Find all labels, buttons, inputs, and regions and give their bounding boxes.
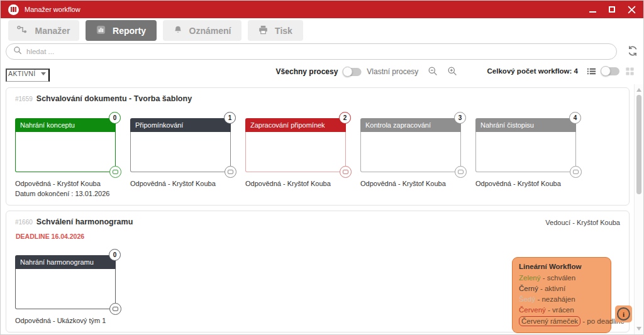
workflow-cards: 0 Nahrání konceptu Odpovědná - Kryštof K… — [15, 111, 620, 199]
step-footer-line: Odpovědná - Kryštof Kouba — [15, 178, 116, 189]
comment-icon[interactable] — [340, 166, 352, 178]
process-scope-switch: Všechny procesy Vlastní procesy — [276, 67, 419, 76]
all-processes-label: Všechny procesy — [276, 67, 338, 76]
comment-icon[interactable] — [225, 166, 236, 178]
workflow-deadline: DEADLINE 16.04.2026 — [16, 233, 620, 240]
step-footer: Odpovědná - Ukázkový tým 1 — [15, 316, 116, 326]
workflow-step-card[interactable]: 3 Kontrola zapracování Odpovědná - Kryšt… — [360, 118, 461, 199]
step-footer: Odpovědná - Kryštof Kouba — [245, 178, 346, 189]
workflow-branch-icon — [17, 25, 28, 36]
scroll-down-arrow[interactable] — [636, 327, 641, 331]
bar-chart-icon — [96, 25, 106, 36]
legend-item: Šedý - nezahájen — [519, 294, 604, 305]
legend-item: Černý - aktivní — [519, 283, 604, 294]
workflow-count-label: Celkový počet workflow: 4 — [487, 67, 578, 75]
step-title: Nahrání harmonogramu — [15, 255, 116, 269]
workflow-title: Schválení harmonogramu — [36, 217, 133, 226]
workflow-title: Schvalování dokumentu - Tvorba šablony — [36, 94, 192, 103]
list-view-icon[interactable] — [587, 67, 596, 76]
info-icon: i — [617, 307, 630, 321]
view-controls: Celkový počet workflow: 4 — [428, 66, 635, 76]
legend-term: Černý — [519, 285, 538, 292]
step-footer-line: Odpovědná - Kryštof Kouba — [245, 178, 346, 189]
tab-oznameni[interactable]: Oznámení — [163, 20, 242, 41]
scrollbar-thumb[interactable] — [636, 95, 641, 194]
step-footer: Odpovědná - Kryštof Kouba — [475, 178, 576, 189]
comment-icon[interactable] — [570, 166, 582, 178]
own-processes-label: Vlastní procesy — [367, 67, 418, 76]
step-body — [130, 132, 231, 172]
workflow-step-card[interactable]: 1 Připomínkování Odpovědná - Kryštof Kou… — [130, 118, 231, 199]
printer-icon — [258, 25, 268, 36]
step-order-badge: 4 — [569, 112, 581, 124]
step-body — [475, 132, 576, 172]
legend-desc: - aktivní — [540, 285, 565, 292]
legend-title: Lineární Workflow — [519, 263, 604, 270]
workflow-step-card[interactable]: 0 Nahrání harmonogramu Odpovědná - Ukázk… — [15, 255, 116, 326]
legend-item: Červený - vrácen — [519, 305, 604, 316]
step-footer-line: Datum dokončení : 13.01.2026 — [15, 189, 116, 199]
comment-icon[interactable] — [455, 166, 467, 178]
legend-term: Červený rámeček — [519, 316, 580, 326]
step-footer: Odpovědná - Kryštof Kouba — [360, 178, 461, 189]
step-footer: Odpovědná - Kryštof KoubaDatum dokončení… — [15, 178, 116, 199]
comment-icon[interactable] — [109, 303, 121, 315]
legend-term: Šedý — [519, 295, 535, 303]
window-title: Manažer workflow — [25, 6, 80, 13]
grid-view-icon[interactable] — [625, 67, 635, 76]
app-logo-icon — [8, 4, 19, 15]
maximize-button[interactable] — [608, 5, 616, 14]
step-footer-line: Odpovědná - Kryštof Kouba — [130, 178, 231, 189]
legend-desc: - nezahájen — [537, 295, 575, 303]
step-body — [360, 132, 461, 172]
tab-reporty[interactable]: Reporty — [86, 20, 157, 41]
legend-item: Červený rámeček - po deadline — [519, 316, 604, 327]
legend-term: Zelený — [519, 274, 541, 282]
refresh-icon[interactable] — [626, 45, 639, 58]
legend-term: Červený — [519, 306, 546, 314]
tab-tisk[interactable]: Tisk — [248, 20, 303, 41]
step-footer-line: Odpovědná - Kryštof Kouba — [360, 178, 461, 189]
step-title: Připomínkování — [130, 118, 231, 132]
app-window: Manažer workflow Manažer Reporty — [0, 0, 644, 335]
step-order-badge: 0 — [109, 249, 121, 261]
comment-icon[interactable] — [109, 166, 121, 178]
workflow-step-card[interactable]: 2 Zapracování připomínek Odpovědná - Kry… — [245, 118, 346, 199]
status-filter-dropdown[interactable]: AKTIVNÍ — [6, 69, 50, 82]
step-footer: Odpovědná - Kryštof Kouba — [130, 178, 231, 189]
workflow-group: #1659 Schvalování dokumentu - Tvorba šab… — [6, 87, 630, 206]
legend-items: Zelený - schválen Černý - aktivní Šedý -… — [519, 273, 604, 327]
search-input[interactable] — [26, 48, 609, 55]
main-tabs: Manažer Reporty Oznámení Tisk — [8, 20, 303, 41]
step-footer-line: Odpovědná - Kryštof Kouba — [475, 178, 576, 189]
workflow-step-card[interactable]: 4 Nahrání čistopisu Odpovědná - Kryštof … — [475, 118, 576, 199]
tab-manazer[interactable]: Manažer — [8, 20, 79, 41]
step-title: Nahrání čistopisu — [475, 118, 576, 132]
legend-desc: - vrácen — [548, 306, 574, 314]
view-mode-toggle[interactable] — [602, 67, 619, 75]
step-body — [245, 132, 346, 172]
zoom-in-icon[interactable] — [447, 66, 457, 76]
legend-box: Lineární Workflow Zelený - schválen Čern… — [512, 257, 611, 333]
process-scope-toggle[interactable] — [343, 68, 361, 76]
vertical-scrollbar — [634, 84, 643, 334]
search-icon — [13, 46, 22, 57]
step-body — [15, 269, 116, 309]
bell-icon — [174, 25, 182, 36]
step-footer-line: Odpovědná - Ukázkový tým 1 — [15, 316, 116, 326]
legend-desc: - schválen — [543, 274, 575, 282]
step-order-badge: 3 — [454, 112, 466, 124]
close-button[interactable] — [627, 5, 636, 14]
zoom-out-icon[interactable] — [428, 66, 438, 76]
step-title: Nahrání konceptu — [15, 118, 116, 132]
workflow-leader: Vedoucí - Kryštof Kouba — [545, 219, 620, 226]
scroll-up-arrow[interactable] — [636, 88, 641, 92]
chevron-down-icon — [41, 72, 46, 75]
minimize-button[interactable] — [588, 5, 597, 14]
info-button[interactable]: i — [615, 305, 632, 322]
step-body — [15, 132, 116, 172]
step-order-badge: 1 — [224, 112, 236, 124]
workflow-step-card[interactable]: 0 Nahrání konceptu Odpovědná - Kryštof K… — [15, 118, 116, 199]
step-title: Kontrola zapracování — [360, 118, 461, 132]
step-title: Zapracování připomínek — [245, 118, 346, 132]
